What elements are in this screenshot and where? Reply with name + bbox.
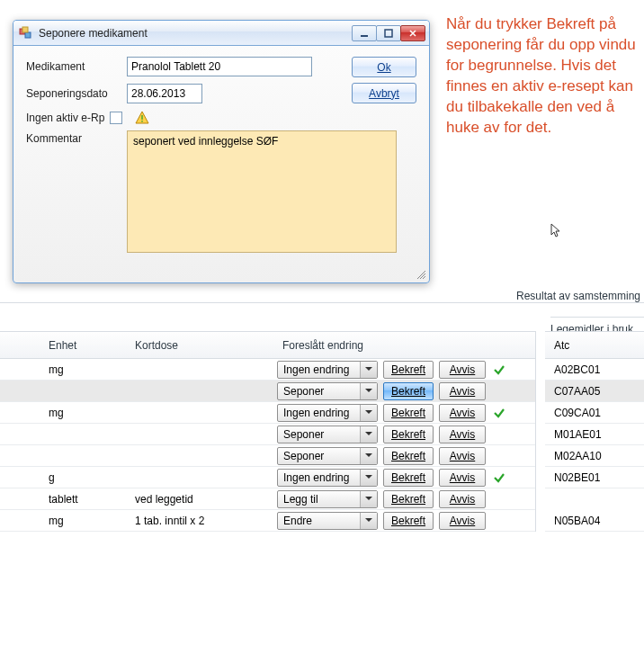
chevron-down-icon (360, 491, 377, 507)
cell-enhet: tablett (43, 493, 130, 506)
annotation-text: Når du trykker Bekreft på seponering får… (446, 14, 637, 139)
ok-check-icon (491, 407, 507, 419)
chevron-down-icon (360, 470, 377, 486)
endring-select[interactable]: Ingen endring (277, 404, 378, 422)
avvis-button[interactable]: Avvis (439, 361, 486, 379)
kommentar-textarea[interactable] (127, 130, 397, 253)
endring-select[interactable]: Seponer (277, 447, 378, 465)
warning-icon (135, 111, 149, 125)
ok-button[interactable]: Ok (352, 57, 416, 77)
avvis-button[interactable]: Avvis (439, 512, 486, 530)
cell-enhet: g (43, 471, 130, 484)
cell-kortdose: ved leggetid (130, 493, 277, 506)
cell-enhet: mg (43, 515, 130, 527)
svg-rect-2 (22, 27, 28, 32)
atc-row[interactable]: C07AA05 (545, 381, 644, 402)
avvis-button[interactable]: Avvis (439, 426, 486, 443)
endring-value: Ingen endring (283, 471, 349, 484)
svg-rect-6 (142, 121, 144, 122)
endring-select[interactable]: Endre (277, 512, 378, 530)
grid-header: Enhet Kortdose Foreslått endring (0, 332, 535, 359)
endring-value: Ingen endring (283, 407, 349, 419)
avvis-button[interactable]: Avvis (439, 382, 486, 400)
endring-value: Seponer (283, 385, 324, 398)
endring-value: Seponer (283, 428, 324, 441)
atc-row[interactable]: C09CA01 (545, 402, 644, 424)
bekreft-button[interactable]: Bekreft (383, 447, 434, 465)
cell-enhet: mg (43, 363, 130, 376)
medikament-input[interactable] (127, 57, 312, 76)
close-button[interactable] (400, 25, 425, 41)
endring-select[interactable]: Ingen endring (277, 469, 378, 487)
col-foreslatt[interactable]: Foreslått endring (277, 339, 385, 352)
cursor-icon (549, 222, 565, 238)
col-kortdose[interactable]: Kortdose (130, 339, 277, 352)
endring-value: Seponer (283, 450, 324, 462)
atc-row[interactable]: N05BA04 (545, 510, 644, 532)
avvis-button[interactable]: Avvis (439, 404, 486, 422)
chevron-down-icon (360, 513, 377, 529)
bekreft-button[interactable]: Bekreft (383, 361, 434, 379)
app-icon (19, 26, 33, 40)
chevron-down-icon (360, 426, 377, 443)
endring-select[interactable]: Seponer (277, 426, 378, 443)
svg-rect-5 (142, 115, 144, 120)
ok-check-icon (491, 471, 507, 484)
table-row[interactable]: mgIngen endringBekreftAvvis (0, 359, 535, 381)
label-ingen-aktiv: Ingen aktiv e-Rp (26, 112, 104, 124)
separator (0, 302, 644, 303)
atc-row[interactable]: A02BC01 (545, 359, 644, 381)
table-row[interactable]: mgIngen endringBekreftAvvis (0, 402, 535, 424)
endring-value: Endre (283, 515, 312, 527)
chevron-down-icon (360, 448, 377, 464)
grid: Enhet Kortdose Foreslått endring mgIngen… (0, 331, 536, 532)
cell-enhet: mg (43, 407, 130, 419)
minimize-button[interactable] (352, 25, 377, 41)
endring-select[interactable]: Ingen endring (277, 361, 378, 379)
section-title: Resultat av samstemming (516, 290, 640, 302)
resize-grip[interactable] (415, 268, 425, 279)
table-row[interactable]: SeponerBekreftAvvis (0, 424, 535, 445)
table-row[interactable]: SeponerBekreftAvvis (0, 381, 535, 402)
chevron-down-icon (360, 405, 377, 421)
atc-row[interactable]: N02BE01 (545, 467, 644, 488)
svg-rect-4 (385, 30, 392, 37)
maximize-button[interactable] (376, 25, 401, 41)
ok-check-icon (491, 363, 507, 376)
bekreft-button[interactable]: Bekreft (383, 382, 434, 400)
atc-row[interactable] (545, 488, 644, 510)
chevron-down-icon (360, 383, 377, 399)
bekreft-button[interactable]: Bekreft (383, 404, 434, 422)
bekreft-button[interactable]: Bekreft (383, 512, 434, 530)
table-row[interactable]: mg1 tab. inntil x 2EndreBekreftAvvis (0, 510, 535, 532)
bekreft-button[interactable]: Bekreft (383, 490, 434, 508)
label-medikament: Medikament (26, 60, 127, 73)
endring-value: Ingen endring (283, 363, 349, 376)
svg-rect-3 (361, 35, 368, 37)
avvis-button[interactable]: Avvis (439, 490, 486, 508)
dialog-titlebar[interactable]: Seponere medikament (13, 21, 429, 46)
bekreft-button[interactable]: Bekreft (383, 426, 434, 443)
dialog-title: Seponere medikament (39, 27, 353, 40)
col-atc[interactable]: Atc (545, 332, 644, 359)
endring-select[interactable]: Seponer (277, 382, 378, 400)
atc-row[interactable]: M02AA10 (545, 445, 644, 467)
table-row[interactable]: tablettved leggetidLegg tilBekreftAvvis (0, 488, 535, 510)
col-enhet[interactable]: Enhet (43, 339, 130, 352)
label-kommentar: Kommentar (26, 132, 127, 145)
seponeringsdato-input[interactable] (127, 84, 202, 103)
table-row[interactable]: SeponerBekreftAvvis (0, 445, 535, 467)
bekreft-button[interactable]: Bekreft (383, 469, 434, 487)
label-seponeringsdato: Seponeringsdato (26, 87, 127, 100)
seponere-dialog: Seponere medikament Medikament Seponerin… (13, 20, 430, 283)
endring-select[interactable]: Legg til (277, 490, 378, 508)
avvis-button[interactable]: Avvis (439, 447, 486, 465)
endring-value: Legg til (283, 493, 318, 506)
table-row[interactable]: gIngen endringBekreftAvvis (0, 467, 535, 488)
avbryt-button[interactable]: Avbryt (352, 83, 416, 103)
atc-row[interactable]: M01AE01 (545, 424, 644, 445)
avvis-button[interactable]: Avvis (439, 469, 486, 487)
chevron-down-icon (360, 362, 377, 378)
ingen-aktiv-checkbox[interactable] (110, 112, 122, 124)
atc-grid: Atc A02BC01C07AA05C09CA01M01AE01M02AA10N… (545, 331, 644, 532)
